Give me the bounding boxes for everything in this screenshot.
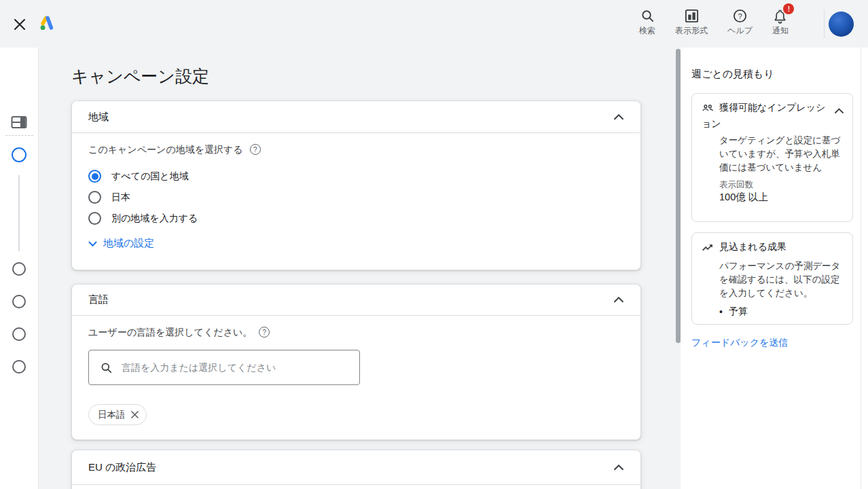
overview-nav-button[interactable] — [11, 115, 27, 132]
language-search-field[interactable] — [88, 350, 360, 385]
estimates-panel: 週ごとの見積もり 獲得可能なインプレッション ターゲティングと設定に基づいていま… — [681, 48, 868, 489]
language-chip: 日本語 — [88, 404, 147, 425]
search-button[interactable]: 検索 — [639, 7, 655, 41]
language-card-title: 言語 — [88, 293, 109, 306]
impressions-metric-value: 100億 以上 — [719, 191, 843, 204]
radio-japan[interactable]: 日本 — [88, 187, 624, 208]
chevron-up-icon[interactable] — [613, 297, 624, 303]
results-card-header: 見込まれる成果 — [702, 240, 843, 256]
notification-badge: ! — [783, 3, 794, 14]
notifications-button[interactable]: ! 通知 — [772, 7, 789, 41]
search-icon — [100, 361, 113, 374]
help-icon: ? — [732, 7, 748, 24]
topbar-divider — [824, 10, 825, 38]
language-card-header[interactable]: 言語 — [72, 285, 640, 316]
impressions-metric-label: 表示回数 — [719, 180, 843, 190]
appearance-button[interactable]: 表示形式 — [675, 7, 708, 41]
help-icon[interactable]: ? — [250, 144, 261, 155]
impressions-description: ターゲティングと設定に基づいていますが、予算や入札単価には基づいていません — [719, 134, 842, 175]
chevron-down-icon — [88, 241, 97, 247]
help-button[interactable]: ? ヘルプ — [727, 7, 753, 41]
chip-remove-icon[interactable] — [130, 410, 139, 419]
results-card: 見込まれる成果 パフォーマンスの予測データを確認するには、以下の設定を入力してく… — [691, 232, 853, 325]
bell-icon: ! — [772, 7, 788, 24]
send-feedback-link[interactable]: フィードバックを送信 — [691, 337, 788, 349]
campaign-setup-page: 検索 表示形式 ? ヘルプ ! 通知 — [0, 0, 868, 489]
help-label: ヘルプ — [727, 26, 753, 35]
radio-all-countries[interactable]: すべての国と地域 — [88, 166, 624, 187]
location-radio-group: すべての国と地域 日本 別の地域を入力する — [88, 166, 624, 229]
radio-other-location[interactable]: 別の地域を入力する — [88, 208, 624, 229]
step-3[interactable] — [12, 295, 26, 308]
topbar-actions: 検索 表示形式 ? ヘルプ ! 通知 — [639, 7, 789, 41]
estimates-title: 週ごとの見積もり — [691, 68, 774, 81]
search-icon — [640, 7, 655, 24]
location-question: このキャンペーンの地域を選択する ? — [88, 143, 624, 156]
step-connector — [18, 175, 20, 251]
chevron-up-icon[interactable] — [613, 465, 624, 471]
notifications-label: 通知 — [772, 26, 789, 35]
stepper-rail — [0, 48, 39, 489]
google-ads-logo — [37, 14, 56, 33]
topbar: 検索 表示形式 ? ヘルプ ! 通知 — [0, 0, 868, 48]
search-label: 検索 — [639, 26, 655, 35]
impressions-card: 獲得可能なインプレッション ターゲティングと設定に基づいていますが、予算や入札単… — [691, 93, 853, 222]
eu-political-card-header[interactable]: EU の政治広告 — [72, 450, 640, 485]
location-settings-link[interactable]: 地域の設定 — [88, 237, 154, 250]
close-icon — [13, 18, 26, 31]
avatar[interactable] — [829, 12, 854, 37]
close-button[interactable] — [13, 18, 26, 31]
scrollbar-thumb[interactable] — [676, 49, 681, 343]
page-title: キャンペーン設定 — [71, 65, 209, 88]
bullet-icon: • — [719, 306, 723, 317]
help-icon[interactable]: ? — [259, 327, 270, 338]
chart-icon — [684, 7, 700, 24]
location-card-header[interactable]: 地域 — [72, 101, 640, 133]
step-2[interactable] — [12, 262, 26, 276]
radio-selected-icon — [88, 170, 101, 183]
budget-bullet: • 予算 — [719, 306, 843, 318]
panel-scroll-edge — [861, 48, 861, 489]
location-card-title: 地域 — [88, 111, 109, 124]
radio-icon — [88, 212, 101, 225]
location-card: 地域 このキャンペーンの地域を選択する ? すべての国と地域 日本 — [71, 101, 641, 270]
radio-icon — [88, 191, 101, 204]
eu-political-ads-card: EU の政治広告 — [71, 450, 641, 489]
trending-icon — [702, 242, 714, 256]
impressions-card-header: 獲得可能なインプレッション — [702, 101, 843, 130]
language-search-input[interactable] — [122, 362, 348, 373]
eu-political-card-title: EU の政治広告 — [88, 461, 156, 474]
language-question: ユーザーの言語を選択してください。 ? — [88, 325, 624, 339]
language-card: 言語 ユーザーの言語を選択してください。 ? 日本語 — [71, 284, 641, 440]
rail-divider — [5, 135, 33, 136]
step-4[interactable] — [12, 327, 26, 341]
results-description: パフォーマンスの予測データを確認するには、以下の設定を入力してください。 — [719, 259, 842, 300]
svg-text:?: ? — [738, 12, 742, 20]
step-5[interactable] — [12, 360, 26, 374]
layout-icon — [11, 115, 27, 129]
appearance-label: 表示形式 — [675, 26, 708, 35]
chevron-up-icon[interactable] — [613, 114, 624, 120]
chip-label: 日本語 — [98, 409, 126, 421]
step-current[interactable] — [12, 147, 26, 162]
audience-icon — [702, 102, 714, 117]
chevron-up-icon[interactable] — [834, 108, 844, 114]
